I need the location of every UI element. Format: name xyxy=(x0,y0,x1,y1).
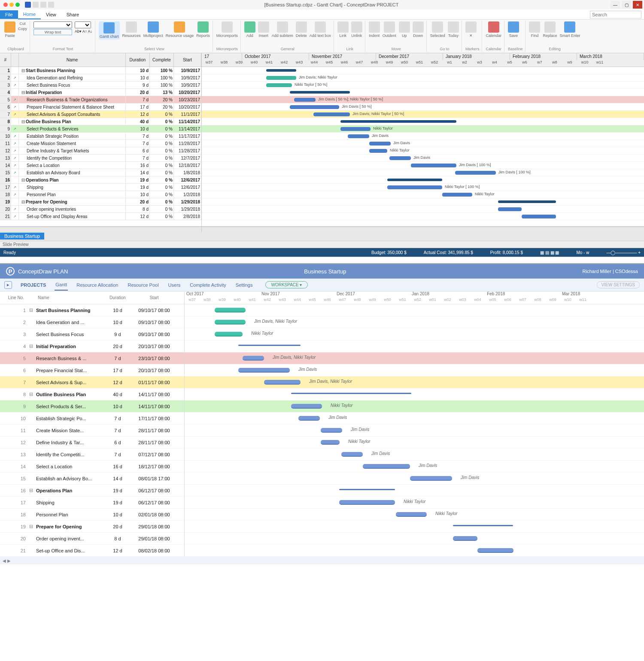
gantt-bar[interactable] xyxy=(291,393,411,394)
table-row[interactable]: 7Select Advisors & Sup...12 d01/11/17 08… xyxy=(0,376,184,388)
task-complete[interactable]: 0 % xyxy=(150,111,174,118)
row-number[interactable]: 18 xyxy=(0,191,11,198)
table-row[interactable]: 9↗Select Products & Services10 d0 %11/14… xyxy=(0,125,201,133)
add-textbox-button[interactable]: Add text box xyxy=(310,21,331,38)
task-start[interactable]: 17/11/17 08:00 xyxy=(131,416,178,421)
task-start[interactable]: 12/18/2017 xyxy=(174,162,201,169)
table-row[interactable]: 10Establish Strategic Po...7 d17/11/17 0… xyxy=(0,412,184,424)
chart-row[interactable] xyxy=(185,545,644,557)
row-number[interactable]: 13 xyxy=(0,452,26,457)
table-row[interactable]: 14↗Select a Location16 d0 %12/18/2017 xyxy=(0,162,201,169)
task-duration[interactable]: 20 d xyxy=(126,198,150,205)
file-tab[interactable]: File xyxy=(0,10,18,19)
chart-row[interactable]: Nikki Taylor xyxy=(185,509,644,521)
chart-row[interactable] xyxy=(202,118,644,125)
row-number[interactable]: 21 xyxy=(0,213,11,220)
task-start[interactable]: 11/14/2017 xyxy=(174,125,201,132)
row-number[interactable]: 6 xyxy=(0,103,11,110)
status-icons[interactable]: ▦ ▤ ▦ ▦ xyxy=(540,250,559,255)
task-start[interactable]: 1/29/2018 xyxy=(174,198,201,205)
chart-row[interactable]: Nikki Taylor [ 50 %] xyxy=(202,82,644,89)
win-window-controls[interactable]: — ▢ ✕ xyxy=(609,1,644,9)
goto-selected-button[interactable]: Selected xyxy=(430,21,445,38)
chart-row[interactable]: Jim Davis [ 50 %]; Nikki Taylor [ 50 %] xyxy=(202,96,644,103)
gantt-bar[interactable] xyxy=(321,440,340,445)
chart-row[interactable] xyxy=(185,521,644,533)
nav-projects[interactable]: PROJECTS xyxy=(20,280,47,290)
chart-row[interactable]: Nikki Taylor xyxy=(202,125,644,133)
chart-row[interactable]: Jim Davis xyxy=(185,412,644,424)
row-number[interactable]: 19 xyxy=(0,524,26,529)
gantt-bar[interactable] xyxy=(410,476,452,481)
task-name[interactable]: Shipping xyxy=(36,500,105,505)
task-name[interactable]: ⊟Prepare for Opening xyxy=(19,198,126,205)
task-complete[interactable]: 0 % xyxy=(150,125,174,132)
row-number[interactable]: 14 xyxy=(0,162,11,169)
task-duration[interactable]: 8 d xyxy=(105,536,131,541)
task-duration[interactable]: 7 d xyxy=(126,140,150,147)
chart-row[interactable] xyxy=(185,304,644,316)
multiproject-button[interactable]: Multiproject xyxy=(143,21,163,38)
task-name[interactable]: Create Mission State... xyxy=(36,428,105,433)
task-name[interactable]: Select Advisors & Support Consultants xyxy=(19,111,126,118)
task-duration[interactable]: 10 d xyxy=(105,308,131,313)
search-input[interactable] xyxy=(590,11,641,18)
task-complete[interactable]: 0 % xyxy=(150,169,174,176)
task-complete[interactable]: 100 % xyxy=(150,82,174,88)
task-name[interactable]: Initial Preparation xyxy=(36,344,105,349)
task-complete[interactable]: 0 % xyxy=(150,118,174,125)
minimize-button[interactable]: — xyxy=(611,1,620,9)
task-start[interactable]: 01/11/17 08:00 xyxy=(131,380,178,385)
task-duration[interactable]: 7 d xyxy=(105,452,131,457)
project-tab[interactable]: Business Startup xyxy=(0,233,44,240)
row-number[interactable]: 12 xyxy=(0,147,11,154)
task-complete[interactable]: 0 % xyxy=(150,184,174,191)
expand-toggle[interactable]: ⊟ xyxy=(26,524,36,529)
task-complete[interactable]: 13 % xyxy=(150,89,174,96)
row-number[interactable]: 10 xyxy=(0,416,26,421)
task-start[interactable]: 11/1/2017 xyxy=(174,111,201,118)
row-number[interactable]: 17 xyxy=(0,500,26,505)
task-name[interactable]: Establish an Advisory Board xyxy=(19,169,126,176)
table-row[interactable]: 14Select a Location16 d18/12/17 08:00 xyxy=(0,461,184,473)
task-duration[interactable]: 12 d xyxy=(105,548,131,553)
row-number[interactable]: 13 xyxy=(0,155,11,161)
quick-access-toolbar[interactable] xyxy=(23,2,54,8)
table-row[interactable]: 18↗Personnel Plan10 d0 %1/2/2018 xyxy=(0,191,201,198)
expand-toggle[interactable]: ⊟ xyxy=(21,178,25,182)
chart-row[interactable]: Jim Davis, Nikki Taylor xyxy=(185,316,644,328)
row-number[interactable]: 16 xyxy=(0,176,11,183)
gantt-bar[interactable] xyxy=(387,185,442,189)
row-number[interactable]: 1 xyxy=(0,67,11,74)
paste-button[interactable]: Paste xyxy=(4,21,15,38)
cursor-icon[interactable] xyxy=(48,2,54,8)
gantt-bar[interactable] xyxy=(369,142,391,146)
table-row[interactable]: 11↗Create Mission Statement7 d0 %11/28/2… xyxy=(0,140,201,147)
task-duration[interactable]: 10 d xyxy=(105,404,131,409)
table-row[interactable]: 19⊟Prepare for Opening20 d0 %1/29/2018 xyxy=(0,198,201,206)
reports-button[interactable]: Reports xyxy=(196,21,210,38)
gantt-bar[interactable] xyxy=(339,500,395,505)
task-duration[interactable]: 20 d xyxy=(105,344,131,349)
expand-toggle[interactable]: ⊟ xyxy=(21,200,25,204)
task-name[interactable]: Select Products & Services xyxy=(19,125,126,132)
expand-toggle[interactable]: ⊟ xyxy=(26,391,36,397)
gantt-bar[interactable] xyxy=(396,512,427,517)
row-number[interactable]: 15 xyxy=(0,476,26,481)
gantt-bar[interactable] xyxy=(389,156,411,160)
goto-today-button[interactable]: Today xyxy=(448,21,459,38)
gantt-bar[interactable] xyxy=(453,525,513,526)
task-name[interactable]: Create Mission Statement xyxy=(19,140,126,147)
task-start[interactable]: 29/01/18 08:00 xyxy=(131,524,178,529)
chart-row[interactable] xyxy=(185,340,644,352)
view-settings-button[interactable]: VIEW SETTINGS xyxy=(597,281,640,288)
markers-button[interactable]: ✕ xyxy=(465,21,477,38)
table-row[interactable]: 15Establish an Advisory Bo...14 d08/01/1… xyxy=(0,473,184,485)
gantt-bar[interactable] xyxy=(215,332,243,337)
gantt-bar[interactable] xyxy=(339,489,395,490)
movedown-button[interactable]: Down xyxy=(413,21,424,38)
task-complete[interactable]: 20 % xyxy=(150,103,174,110)
gantt-bar[interactable] xyxy=(264,380,301,385)
chart-row[interactable]: Jim Davis xyxy=(185,364,644,376)
gantt-bar[interactable] xyxy=(215,320,246,324)
